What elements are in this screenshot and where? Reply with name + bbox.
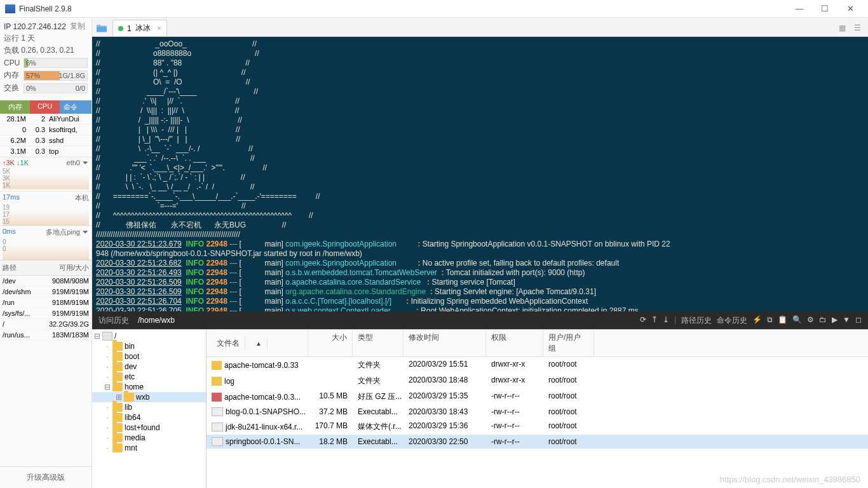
minimize-button[interactable]: —: [787, 4, 812, 13]
ping-multi-chart: 0ms多地点ping ⏷ 00: [0, 226, 92, 260]
tree-node-wxb[interactable]: ⊞wxb: [92, 392, 206, 402]
folder-icon: [112, 433, 123, 442]
folder-icon[interactable]: 🗀: [819, 315, 827, 326]
file-type-icon: [212, 437, 223, 446]
sessions-folder-icon[interactable]: [92, 20, 111, 36]
upgrade-link[interactable]: 升级高级版: [0, 466, 92, 488]
path-row[interactable]: /dev908M/908M: [0, 276, 92, 287]
sidebar: IP 120.27.246.122 复制 运行 1 天 负载 0.26, 0.2…: [0, 18, 92, 488]
file-row[interactable]: apache-tomcat-9.0.33 文件夹 2020/03/29 15:5…: [207, 357, 868, 373]
file-type-icon: [212, 407, 223, 416]
tree-node[interactable]: ·media: [92, 433, 206, 443]
bolt-icon[interactable]: ⚡: [752, 315, 762, 326]
app-title: FinalShell 2.9.8: [19, 4, 787, 13]
path-row[interactable]: /run/us...183M/183M: [0, 330, 92, 341]
folder-icon: [112, 362, 123, 371]
disk-icon: [102, 332, 112, 341]
swap-meter: 0%0/0: [24, 83, 88, 93]
tab-cpu[interactable]: CPU: [30, 100, 60, 114]
tree-node[interactable]: ·lost+found: [92, 423, 206, 433]
maximize-panel-icon[interactable]: ◻: [855, 315, 862, 326]
folder-icon: [112, 403, 123, 412]
multi-ping-dropdown[interactable]: 多地点ping ⏷: [46, 227, 89, 237]
folder-icon: [112, 423, 123, 432]
uptime: 运行 1 天: [4, 33, 88, 44]
process-row[interactable]: 00.3ksoftirqd,: [0, 125, 92, 135]
process-list: 28.1M2AliYunDui00.3ksoftirqd,6.2M0.3sshd…: [0, 114, 92, 157]
folder-icon: [112, 352, 123, 361]
file-type-icon: [212, 423, 223, 431]
path-row[interactable]: /32.2G/39.2G: [0, 319, 92, 330]
file-list-header: 文件名▲ 大小 类型 修改时间 权限 用户/用户组: [207, 330, 868, 357]
path-row[interactable]: /run918M/919M: [0, 297, 92, 308]
tab-close-icon[interactable]: ×: [157, 24, 161, 33]
stat-tabs: 内存 CPU 命令: [0, 100, 92, 114]
search-icon[interactable]: 🔍: [792, 315, 802, 326]
copy-ip-button[interactable]: 复制: [70, 21, 85, 32]
list-view-icon[interactable]: ☰: [854, 24, 867, 36]
folder-icon: [124, 393, 134, 402]
process-row[interactable]: 28.1M2AliYunDui: [0, 114, 92, 125]
swap-label: 交换: [4, 83, 22, 93]
folder-icon: [112, 342, 123, 351]
process-row[interactable]: 6.2M0.3sshd: [0, 135, 92, 146]
tree-node[interactable]: ·etc: [92, 372, 206, 382]
file-list[interactable]: 文件名▲ 大小 类型 修改时间 权限 用户/用户组 apache-tomcat-…: [207, 330, 868, 488]
file-row[interactable]: springboot-0.0.1-SN... 18.2 MBExecutabl.…: [207, 435, 868, 449]
session-tab[interactable]: 1 冰冰 ×: [112, 20, 167, 36]
tree-node[interactable]: ·lib: [92, 402, 206, 412]
titlebar: FinalShell 2.9.8 — ☐ ✕: [0, 0, 868, 18]
tab-name: 冰冰: [135, 23, 151, 34]
file-manager: ⊟/ ·bin·boot·dev·etc⊟home⊞wxb·lib·lib64·…: [92, 329, 868, 488]
status-dot-icon: [118, 26, 123, 31]
gear-icon[interactable]: ⚙: [807, 315, 814, 326]
close-button[interactable]: ✕: [837, 4, 863, 13]
maximize-button[interactable]: ☐: [812, 4, 837, 13]
cpu-meter: 6%: [24, 58, 88, 68]
folder-icon: [112, 372, 123, 381]
refresh-icon[interactable]: ⟳: [640, 315, 646, 326]
play-icon[interactable]: ▶: [832, 315, 837, 326]
app-logo-icon: [5, 4, 15, 13]
iface-dropdown[interactable]: eth0 ⏷: [67, 159, 89, 166]
file-row[interactable]: jdk-8u241-linux-x64.r... 170.7 MB媒体文件(.r…: [207, 419, 868, 435]
file-type-icon: [212, 361, 222, 370]
path-history-button[interactable]: 路径历史: [681, 315, 712, 326]
tree-node[interactable]: ⊟home: [92, 382, 206, 392]
directory-tree[interactable]: ⊟/ ·bin·boot·dev·etc⊟home⊞wxb·lib·lib64·…: [92, 330, 207, 488]
tree-node[interactable]: ·lib64: [92, 412, 206, 423]
down-icon[interactable]: ▼: [843, 315, 850, 326]
tree-node[interactable]: ·mnt: [92, 443, 206, 453]
tabs-bar: 1 冰冰 × ▦ ☰: [92, 18, 868, 37]
tree-node[interactable]: ·boot: [92, 351, 206, 362]
mem-label: 内存: [4, 70, 22, 81]
path-row[interactable]: /sys/fs/...919M/919M: [0, 308, 92, 319]
path-row[interactable]: /dev/shm919M/919M: [0, 287, 92, 297]
file-type-icon: [212, 393, 222, 402]
ping-local-chart: 17ms本机 191715: [0, 191, 92, 226]
tree-node[interactable]: ·bin: [92, 341, 206, 351]
load-avg: 负载 0.26, 0.23, 0.21: [4, 45, 88, 56]
terminal[interactable]: // _ooOoo_ //// o8888888o //// 88" . "88: [92, 37, 868, 311]
mem-meter: 57%1G/1.8G: [24, 71, 88, 81]
cpu-label: CPU: [4, 58, 22, 67]
process-row[interactable]: 3.1M0.3top: [0, 146, 92, 157]
tab-memory[interactable]: 内存: [0, 100, 30, 114]
upload-icon[interactable]: ⤒: [651, 315, 658, 326]
folder-icon: [112, 444, 123, 452]
copy-icon[interactable]: ⧉: [767, 315, 773, 326]
tab-command[interactable]: 命令: [60, 100, 92, 114]
file-row[interactable]: blog-0.0.1-SNAPSHO... 37.2 MBExecutabl..…: [207, 405, 868, 419]
visit-history-button[interactable]: 访问历史: [98, 315, 129, 326]
file-row[interactable]: apache-tomcat-9.0.3... 10.5 MB好压 GZ 压...…: [207, 389, 868, 405]
tree-node[interactable]: ·dev: [92, 362, 206, 372]
ip-address: IP 120.27.246.122: [4, 22, 66, 31]
grid-view-icon[interactable]: ▦: [839, 24, 851, 36]
paste-icon[interactable]: 📋: [778, 315, 787, 326]
paths-table: 路径可用/大小 /dev908M/908M/dev/shm919M/919M/r…: [0, 260, 92, 466]
file-row[interactable]: log 文件夹 2020/03/30 18:48drwxr-xr-xroot/r…: [207, 373, 868, 389]
folder-icon: [112, 383, 123, 391]
download-icon[interactable]: ⤓: [663, 315, 669, 326]
current-path: /home/wxb: [138, 316, 175, 325]
cmd-history-button[interactable]: 命令历史: [717, 315, 747, 326]
